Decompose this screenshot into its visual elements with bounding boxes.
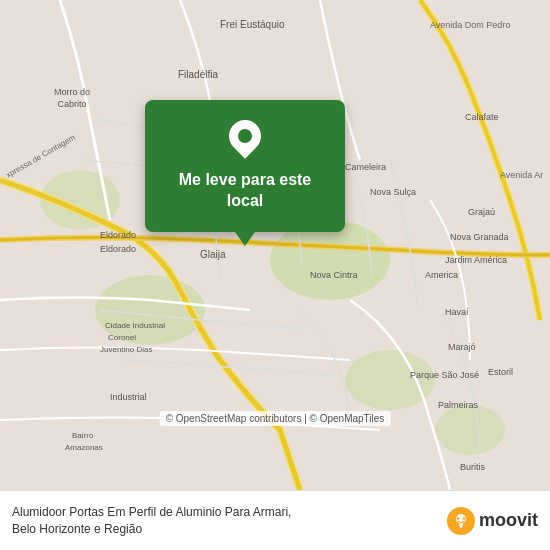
popup-label: Me leve para este local [161,170,329,212]
svg-text:Jardim América: Jardim América [445,255,507,265]
svg-text:Filadélfia: Filadélfia [178,69,218,80]
svg-text:Juventino Dias: Juventino Dias [100,345,152,354]
location-pin-icon [229,120,261,160]
svg-point-3 [345,350,435,410]
svg-text:Havaí: Havaí [445,307,469,317]
svg-text:Industrial: Industrial [110,392,147,402]
svg-text:Coronel: Coronel [108,333,136,342]
svg-text:Estoril: Estoril [488,367,513,377]
svg-text:Amazonas: Amazonas [65,443,103,452]
svg-text:Bairro: Bairro [72,431,94,440]
map-container: Frei Eustáquio Morro do Cabrito Filadélf… [0,0,550,490]
svg-text:America: America [425,270,458,280]
svg-text:Morro do: Morro do [54,87,90,97]
map-popup[interactable]: Me leve para este local [145,100,345,232]
svg-text:Avenida Dom Pedro: Avenida Dom Pedro [430,20,510,30]
svg-text:Glaija: Glaija [200,249,226,260]
svg-text:Cidade Industrial: Cidade Industrial [105,321,165,330]
svg-text:Cameleira: Cameleira [345,162,386,172]
place-title: Alumidoor Portas Em Perfil de Aluminio P… [12,504,437,521]
svg-point-1 [270,220,390,300]
svg-text:Eldorado: Eldorado [100,244,136,254]
svg-text:Marajó: Marajó [448,342,476,352]
svg-text:Nova Granada: Nova Granada [450,232,509,242]
place-subtitle: Belo Horizonte e Região [12,521,437,538]
moovit-icon [447,507,475,535]
svg-text:Cabrito: Cabrito [57,99,86,109]
moovit-logo: moovit [447,507,538,535]
moovit-text: moovit [479,510,538,531]
svg-text:Calafate: Calafate [465,112,499,122]
svg-point-38 [463,517,465,519]
svg-text:Nova Sulça: Nova Sulça [370,187,416,197]
svg-point-37 [457,517,459,519]
svg-text:Eldorado: Eldorado [100,230,136,240]
svg-text:Nova Cintra: Nova Cintra [310,270,358,280]
svg-rect-40 [460,526,462,528]
svg-text:Frei Eustáquio: Frei Eustáquio [220,19,285,30]
bottom-bar: Alumidoor Portas Em Perfil de Aluminio P… [0,490,550,550]
svg-text:Palmeiras: Palmeiras [438,400,479,410]
map-attribution: © OpenStreetMap contributors | © OpenMap… [160,411,391,426]
svg-text:Parque São José: Parque São José [410,370,479,380]
svg-point-5 [435,405,505,455]
svg-text:Grajaú: Grajaú [468,207,495,217]
svg-text:Buritis: Buritis [460,462,486,472]
place-info: Alumidoor Portas Em Perfil de Aluminio P… [12,504,437,538]
svg-text:Avenida Ar: Avenida Ar [500,170,543,180]
